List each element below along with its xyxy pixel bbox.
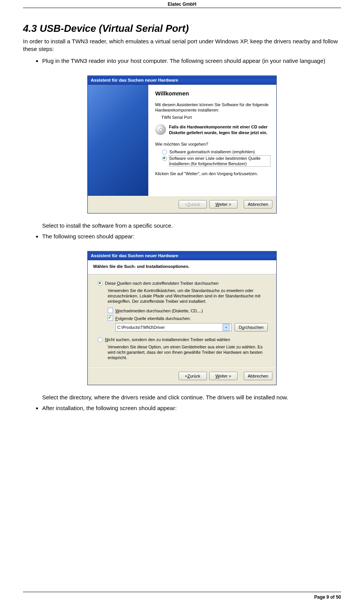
back-button: < Zurück [179,200,207,208]
how-proceed-text: Wie möchten Sie vorgehen? [155,141,270,147]
browse-button[interactable]: Durchsuchen [234,323,268,332]
header-rule [23,8,341,8]
next-button[interactable]: Weiter > [209,200,238,208]
checkbox-icon [108,315,113,321]
section-title: 4.3 USB-Device (Virtual Serial Port) [23,23,341,34]
radio-search-sources-desc: Verwenden Sie die Kontrollkästchen, um d… [108,288,268,304]
bullet-2: The following screen should appear: [42,233,341,240]
page-footer: Page 9 of 50 [23,592,341,600]
path-combobox[interactable]: C:\Products\TWN3\Driver ▾ [115,323,231,332]
radio-icon [162,149,167,154]
wizard-subheading: Wählen Sie die Such- und Installationsop… [93,264,271,269]
radio-icon [98,281,103,286]
radio-dont-search-desc: Verwenden Sie diese Option, um einen Ger… [108,344,268,361]
wizard-button-bar: < Zurück Weiter > Abbrechen [88,368,276,385]
checkbox-label: Wechselmedien durchsuchen (Diskette, CD,… [115,309,203,313]
company-name: Elatec GmbH [23,0,341,8]
wizard-titlebar: Assistent für das Suchen neuer Hardware [88,76,276,85]
bullet-1: Plug in the TWN3 reader into your host c… [42,57,341,65]
back-button[interactable]: < Zurück [179,372,207,380]
bullet-3: After installation, the following screen… [42,404,341,412]
radio-label: Nicht suchen, sondern den zu installiere… [105,337,230,342]
radio-icon [162,156,167,161]
after-wizard2-text: Select the directory, where the drivers … [42,394,341,401]
radio-specific-source[interactable]: Software von einer Liste oder bestimmten… [162,156,270,167]
radio-icon [98,337,103,342]
radio-auto-install[interactable]: Software automatisch installieren (empfo… [162,149,270,154]
radio-dont-search[interactable]: Nicht suchen, sondern den zu installiere… [98,337,268,342]
path-value: C:\Products\TWN3\Driver [117,325,165,330]
radio-label: Software automatisch installieren (empfo… [169,149,255,154]
cd-icon [155,124,166,135]
cancel-button[interactable]: Abbrechen [244,200,272,208]
radio-label: Software von einer Liste oder bestimmten… [169,156,270,167]
chevron-down-icon[interactable]: ▾ [223,324,230,331]
footer-rule [23,592,341,592]
wizard-titlebar: Assistent für das Suchen neuer Hardware [88,251,276,260]
click-next-text: Klicken Sie auf "Weiter", um den Vorgang… [155,171,270,176]
radio-label: Diese Quellen nach dem zutreffendsten Tr… [105,281,218,286]
page-number: Page 9 of 50 [23,594,341,600]
check-include-location[interactable]: Folgende Quelle ebenfalls durchsuchen: [108,315,268,321]
wizard-search-options-dialog: Assistent für das Suchen neuer Hardware … [87,251,277,385]
wizard-button-bar: < Zurück Weiter > Abbrechen [88,196,276,213]
cancel-button[interactable]: Abbrechen [244,372,272,380]
next-button[interactable]: Weiter > [209,372,238,380]
checkbox-label: Folgende Quelle ebenfalls durchsuchen: [115,316,191,321]
check-removable-media[interactable]: Wechselmedien durchsuchen (Diskette, CD,… [108,308,268,313]
detected-device-name: TWN Serial Port [161,115,270,120]
wizard-heading: Willkommen [155,90,270,97]
wizard-intro-text: Mit diesem Assistenten können Sie Softwa… [155,102,270,113]
checkbox-icon [108,308,113,313]
radio-search-sources[interactable]: Diese Quellen nach dem zutreffendsten Tr… [98,281,268,286]
insert-media-hint: Falls die Hardwarekomponente mit einer C… [169,124,270,135]
wizard-sidebar-graphic [88,85,148,196]
after-wizard1-text: Select to install the software from a sp… [42,222,341,230]
intro-text: In order to install a TWN3 reader, which… [23,38,341,53]
wizard-welcome-dialog: Assistent für das Suchen neuer Hardware … [87,76,277,213]
